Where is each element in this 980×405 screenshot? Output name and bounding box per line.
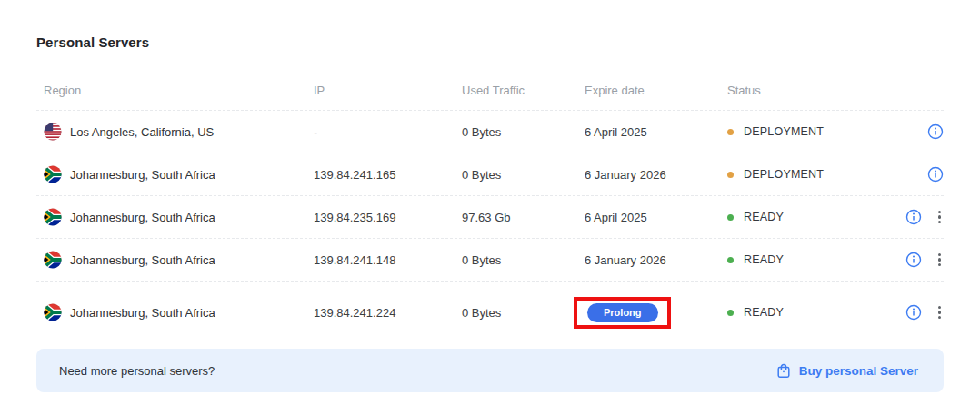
- table-row: Johannesburg, South Africa 139.84.241.22…: [36, 282, 944, 343]
- status-cell: READY: [727, 253, 873, 266]
- region-cell: Johannesburg, South Africa: [36, 165, 314, 183]
- ip-value: 139.84.235.169: [314, 211, 462, 224]
- prolong-button-label: Prolong: [604, 307, 642, 318]
- row-actions: [873, 304, 944, 321]
- region-label: Johannesburg, South Africa: [70, 306, 215, 320]
- region-cell: Johannesburg, South Africa: [36, 251, 314, 269]
- south-africa-flag-icon: [44, 303, 62, 321]
- expire-cell: 6 April 2025: [585, 125, 727, 139]
- annotation-highlight: Prolong: [574, 297, 671, 329]
- column-header-traffic: Used Traffic: [462, 84, 585, 97]
- need-more-servers-text: Need more personal servers?: [59, 364, 215, 378]
- expire-value: 6 April 2025: [585, 211, 647, 224]
- expire-cell: 6 April 2025: [585, 211, 727, 224]
- shopping-bag-icon: [776, 363, 791, 379]
- traffic-value: 97.63 Gb: [462, 211, 585, 224]
- buy-personal-server-link[interactable]: Buy personal Server: [776, 363, 918, 379]
- status-cell: READY: [727, 306, 873, 319]
- table-row: Johannesburg, South Africa 139.84.241.14…: [36, 239, 944, 282]
- south-africa-flag-icon: [44, 165, 62, 183]
- us-flag-icon: [44, 123, 62, 141]
- ip-value: 139.84.241.148: [314, 253, 462, 267]
- ip-value: 139.84.241.224: [314, 306, 462, 320]
- personal-servers-panel: Personal Servers Region IP Used Traffic …: [0, 35, 980, 392]
- column-header-status: Status: [727, 84, 873, 97]
- region-label: Los Angeles, California, US: [70, 125, 214, 139]
- expire-cell: Prolong: [585, 297, 727, 329]
- south-africa-flag-icon: [44, 251, 62, 269]
- column-header-expire: Expire date: [585, 84, 727, 97]
- status-label: DEPLOYMENT: [744, 168, 824, 181]
- kebab-menu-icon[interactable]: [935, 209, 944, 226]
- table-header: Region IP Used Traffic Expire date Statu…: [36, 71, 944, 111]
- table-body: Los Angeles, California, US - 0 Bytes 6 …: [36, 111, 944, 343]
- expire-value: 6 January 2026: [585, 253, 666, 267]
- ip-value: -: [314, 125, 462, 139]
- status-label: DEPLOYMENT: [744, 125, 824, 138]
- info-circle-icon[interactable]: [927, 166, 944, 183]
- row-actions: [873, 209, 944, 226]
- kebab-menu-icon[interactable]: [935, 252, 944, 269]
- table-row: Los Angeles, California, US - 0 Bytes 6 …: [36, 111, 944, 153]
- row-actions: [873, 166, 944, 183]
- table-row: Johannesburg, South Africa 139.84.241.16…: [36, 153, 944, 196]
- region-cell: Los Angeles, California, US: [36, 123, 314, 141]
- traffic-value: 0 Bytes: [462, 168, 585, 182]
- region-label: Johannesburg, South Africa: [70, 211, 215, 224]
- status-cell: DEPLOYMENT: [727, 125, 873, 138]
- status-label: READY: [744, 211, 784, 223]
- ip-value: 139.84.241.165: [314, 168, 462, 182]
- south-africa-flag-icon: [44, 208, 62, 226]
- status-dot: [727, 172, 734, 178]
- status-dot: [727, 214, 734, 221]
- status-label: READY: [744, 253, 784, 266]
- buy-more-banner: Need more personal servers? Buy personal…: [36, 349, 944, 392]
- region-cell: Johannesburg, South Africa: [36, 208, 314, 226]
- traffic-value: 0 Bytes: [462, 306, 585, 320]
- traffic-value: 0 Bytes: [462, 125, 585, 139]
- info-circle-icon[interactable]: [927, 123, 944, 140]
- info-circle-icon[interactable]: [905, 252, 922, 268]
- expire-cell: 6 January 2026: [585, 168, 727, 182]
- status-label: READY: [744, 306, 784, 319]
- prolong-button[interactable]: Prolong: [587, 303, 658, 322]
- status-dot: [727, 310, 734, 316]
- table-row: Johannesburg, South Africa 139.84.235.16…: [36, 196, 944, 239]
- expire-value: 6 April 2025: [585, 125, 647, 139]
- status-dot: [727, 129, 734, 135]
- region-cell: Johannesburg, South Africa: [36, 303, 314, 321]
- row-actions: [873, 123, 944, 140]
- buy-personal-server-label: Buy personal Server: [799, 364, 918, 378]
- info-circle-icon[interactable]: [905, 304, 922, 321]
- info-circle-icon[interactable]: [905, 209, 922, 225]
- status-cell: READY: [727, 211, 873, 223]
- expire-value: 6 January 2026: [585, 168, 666, 182]
- page-title: Personal Servers: [36, 35, 944, 50]
- region-label: Johannesburg, South Africa: [70, 253, 215, 267]
- column-header-region: Region: [36, 84, 314, 97]
- expire-cell: 6 January 2026: [585, 253, 727, 267]
- status-dot: [727, 257, 734, 263]
- status-cell: DEPLOYMENT: [727, 168, 873, 181]
- row-actions: [873, 252, 944, 269]
- traffic-value: 0 Bytes: [462, 253, 585, 267]
- kebab-menu-icon[interactable]: [935, 304, 944, 321]
- region-label: Johannesburg, South Africa: [70, 168, 215, 182]
- column-header-ip: IP: [314, 84, 462, 97]
